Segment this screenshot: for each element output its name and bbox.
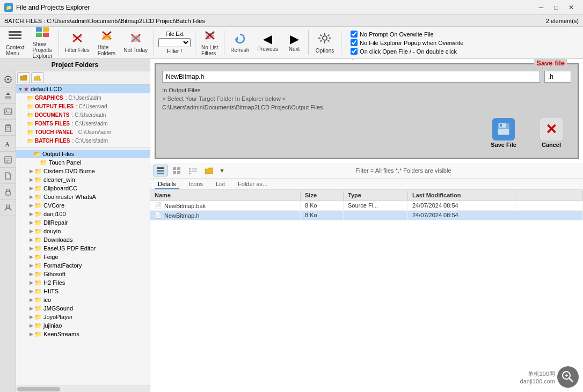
svg-rect-0 [9, 31, 21, 33]
filter-files-button[interactable]: Filter Files [61, 31, 93, 55]
tree-folder-downloads[interactable]: ▶ 📁 Downloads [16, 235, 150, 244]
no-list-filters-button[interactable]: No ListFilters [198, 28, 222, 58]
tree-folder-cvcore[interactable]: ▶ 📁 CVCore [16, 201, 150, 210]
file-ext-group: File Ext Filter ! [156, 28, 193, 57]
icons-view-btn[interactable] [170, 165, 184, 176]
minimize-button[interactable]: ─ [534, 2, 549, 13]
tree-item-output-files[interactable]: 📁 OUTPUT FILES : C:\Users\ad [16, 102, 150, 110]
view-sidebar-icon[interactable] [0, 71, 16, 87]
tree-folder-coolmuster[interactable]: ▶ 📁 Coolmuster WhatsA [16, 193, 150, 201]
tree-folder-hiits[interactable]: ▶ 📁 HIITS [16, 287, 150, 295]
no-popup-checkbox[interactable] [351, 39, 358, 46]
tab-details[interactable]: Details [155, 180, 179, 189]
svg-rect-9 [73, 36, 82, 38]
file-sidebar-icon[interactable] [0, 168, 16, 184]
tree-item-default-lcd[interactable]: ▼ ★ default.LCD [16, 85, 150, 93]
upload-sidebar-icon[interactable] [0, 87, 16, 103]
tree-folder-easeus[interactable]: ▶ 📁 EaseUS PDF Editor [16, 244, 150, 253]
sidebar-hscroll[interactable] [16, 386, 150, 392]
tab-folder-as[interactable]: Folder as... [235, 180, 271, 189]
tab-list[interactable]: List [213, 180, 228, 189]
close-button[interactable]: ✕ [564, 2, 579, 13]
no-prompt-checkbox-label[interactable]: No Prompt On Overwite File [351, 31, 463, 38]
tree-label-batch: BATCH FILES [35, 138, 70, 144]
sidebar-tb-folder-closed[interactable] [17, 72, 30, 83]
not-today-button[interactable]: Not Today [120, 31, 151, 55]
hscroll-thumb[interactable] [17, 387, 60, 391]
refresh-button[interactable]: Refresh [227, 31, 253, 55]
image-sidebar-icon[interactable] [0, 103, 16, 120]
hide-folders-button[interactable]: HideFolders [94, 28, 119, 58]
lock-sidebar-icon[interactable] [0, 184, 16, 200]
tree-item-touch[interactable]: 📁 TOUCH PANEL : C:\Users\adm [16, 128, 150, 136]
tree-item-fonts[interactable]: 📁 FONTS FILES : C:\Users\adm [16, 119, 150, 128]
save-file-button[interactable]: Save File [482, 115, 525, 151]
tree-item-graphics[interactable]: 📁 GRAPHICS : C:\Users\adm [16, 93, 150, 102]
sidebar: Project Folders A [0, 59, 150, 392]
tree-folder-clipboard[interactable]: ▶ 📁 ClipboardCC [16, 184, 150, 193]
svg-rect-37 [5, 96, 11, 99]
details-view-btn[interactable] [154, 165, 167, 176]
no-prompt-checkbox[interactable] [351, 31, 358, 38]
svg-rect-67 [192, 171, 197, 172]
user-sidebar-icon[interactable] [0, 200, 16, 216]
previous-button[interactable]: ◀ Previous [253, 32, 282, 54]
svg-line-70 [569, 378, 573, 382]
maximize-button[interactable]: □ [549, 2, 564, 13]
folder-btn[interactable] [202, 165, 216, 176]
file-ext-select[interactable] [158, 38, 191, 47]
tree-item-documents[interactable]: 📁 DOCUMENTS : C:\Users\adn [16, 110, 150, 119]
col-modified[interactable]: Last Modification [408, 191, 515, 199]
tree-folder-ico[interactable]: ▶ 📁 ico [16, 295, 150, 304]
show-projects-button[interactable]: ShowProjectsExplorer [28, 25, 56, 61]
font-sidebar-icon[interactable]: A [0, 136, 16, 152]
folder-label-jmgsound: JMGSound [43, 305, 73, 312]
not-today-label: Not Today [123, 47, 148, 53]
file-name-h: 📄 NewBitmap.h [150, 211, 301, 220]
sidebar-tree[interactable]: ▼ ★ default.LCD 📁 GRAPHICS : C:\Users\ad… [16, 85, 150, 386]
no-popup-checkbox-label[interactable]: No File Explorer Popup when Overwrite [351, 39, 463, 46]
on-click-checkbox[interactable] [351, 48, 358, 55]
file-row-h[interactable]: 📄 NewBitmap.h 8 Ko 24/07/2024 08:54 [150, 211, 583, 220]
sidebar-tb-folder-open[interactable] [31, 72, 44, 83]
next-button[interactable]: ▶ Next [282, 32, 306, 54]
tab-icons[interactable]: Icons [186, 180, 206, 189]
folder-dropdown-arrow[interactable]: ▼ [219, 167, 225, 174]
tree-folder-keenstreams[interactable]: ▶ 📁 KeenStreams [16, 330, 150, 338]
clipboard-sidebar-icon[interactable] [0, 120, 16, 136]
file-row-bak[interactable]: 📄 NewBitmap.bak 8 Ko Source Fi... 24/07/… [150, 201, 583, 211]
tree-folder-joyoplayer[interactable]: ▶ 📁 JoyoPlayer [16, 313, 150, 321]
folder-icon-cleaner: 📁 [34, 176, 42, 183]
tree-folder-jmgsound[interactable]: ▶ 📁 JMGSound [16, 304, 150, 313]
tree-folder-formatfactory[interactable]: ▶ 📁 FormatFactory [16, 261, 150, 270]
tree-folder-douyin[interactable]: ▶ 📁 douyin [16, 227, 150, 235]
tree-folder-h2files[interactable]: ▶ 📁 H2 Files [16, 278, 150, 287]
col-size[interactable]: Size [301, 191, 344, 199]
context-menu-button[interactable]: ContextMenu [2, 28, 28, 58]
col-type[interactable]: Type [344, 191, 408, 199]
tree-item-batch[interactable]: 📁 BATCH FILES : C:\Users\adm [16, 136, 150, 145]
svg-rect-56 [498, 129, 509, 135]
extension-box: .h [544, 71, 571, 83]
folder-label-douyin: douyin [43, 228, 61, 234]
tree-folder-jujiniao[interactable]: ▶ 📁 jujiniao [16, 321, 150, 330]
edit-sidebar-icon[interactable] [0, 152, 16, 168]
filename-input[interactable] [162, 71, 540, 83]
tree-folder-danji100[interactable]: ▶ 📁 danji100 [16, 210, 150, 218]
tree-folder-cleaner[interactable]: ▶ 📁 cleaner_win [16, 175, 150, 184]
tree-folder-touch-panel[interactable]: 📁 Touch Panel [16, 158, 150, 167]
tree-folder-cisdem[interactable]: ▶ 📁 Cisdem DVD Burne [16, 167, 150, 175]
cancel-button[interactable]: ✕ Cancel [531, 115, 571, 151]
on-click-checkbox-label[interactable]: On click Open File / - On double click [351, 48, 463, 55]
tree-folder-dllrepair[interactable]: ▶ 📁 DllRepair [16, 218, 150, 227]
tree-folder-output-files[interactable]: 📂 Output Files [16, 150, 150, 158]
checkboxes-panel: No Prompt On Overwite File No File Explo… [346, 28, 468, 57]
tree-folder-gihosoft[interactable]: ▶ 📁 Gihosoft [16, 270, 150, 278]
tree-folder-feige[interactable]: ▶ 📁 Feige [16, 253, 150, 261]
output-path: : C:\Users\ad [76, 103, 107, 109]
options-button[interactable]: Options [311, 28, 339, 57]
filter-files-icon [71, 32, 84, 46]
save-file-icon [492, 118, 515, 140]
list-view-btn[interactable] [186, 165, 200, 176]
col-name[interactable]: Name [150, 191, 301, 199]
